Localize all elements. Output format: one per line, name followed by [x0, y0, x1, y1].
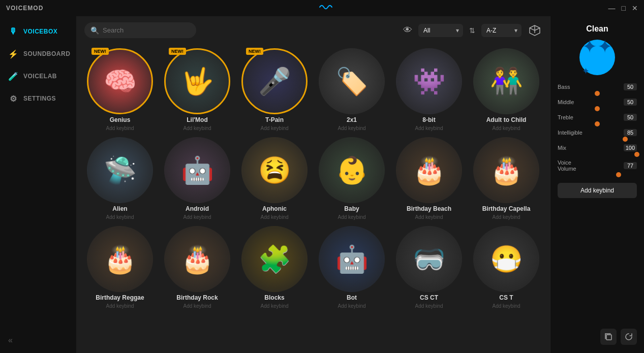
reset-button[interactable] [621, 329, 637, 345]
voice-circle: 😫 [241, 137, 308, 203]
toolbar: 🔍 👁 All Favorites Recent ⇅ A-Z Z-A Newes… [76, 16, 550, 44]
sidebar-item-label-voicelab: VOICELAB [23, 73, 57, 80]
voice-card-2x1[interactable]: 🏷️2x1Add keybind [316, 48, 387, 131]
slider-mix: Mix100 [558, 144, 637, 154]
voice-card-genius[interactable]: NEW!🧠GeniusAdd keybind [84, 48, 156, 131]
voice-keybind[interactable]: Add keybind [260, 125, 288, 131]
panel-title: Clean [558, 24, 637, 34]
voice-emoji: 👾 [413, 68, 446, 94]
voice-card-8bit[interactable]: 👾8-bitAdd keybind [393, 48, 465, 131]
voice-emoji: 😫 [258, 157, 291, 183]
voice-card-birthdaybeach[interactable]: 🎂Birthday BeachAdd keybind [393, 137, 465, 220]
voice-grid: NEW!🧠GeniusAdd keybindNEW!🤟Lil'ModAdd ke… [84, 48, 542, 309]
copy-button[interactable] [600, 329, 617, 345]
voice-name: Aphonic [262, 205, 287, 212]
slider-header-middle: Middle50 [558, 99, 637, 106]
slider-thumb-intelligible[interactable] [623, 137, 628, 142]
voice-keybind[interactable]: Add keybind [338, 125, 365, 131]
voice-card-android[interactable]: 🤖AndroidAdd keybind [162, 137, 233, 220]
slider-thumb-treble[interactable] [595, 121, 600, 126]
voice-keybind[interactable]: Add keybind [415, 214, 443, 220]
voice-keybind[interactable]: Add keybind [183, 303, 211, 309]
slider-header-intelligible: Intelligible85 [558, 129, 637, 136]
voice-card-aphonic[interactable]: 😫AphonicAdd keybind [239, 137, 310, 220]
voice-keybind[interactable]: Add keybind [492, 303, 520, 309]
voice-card-cst[interactable]: 😷CS TAdd keybind [471, 226, 542, 309]
slider-value-intelligible: 85 [624, 129, 637, 136]
sidebar-item-soundboard[interactable]: ⚡ SOUNDBOARD [0, 43, 76, 65]
slider-label-intelligible: Intelligible [558, 130, 591, 136]
voice-emoji: 🥽 [413, 246, 446, 272]
voice-card-bot[interactable]: 🤖BotAdd keybind [316, 226, 387, 309]
voice-card-lilmod[interactable]: NEW!🤟Lil'ModAdd keybind [162, 48, 233, 131]
voice-circle: 🎂 [164, 226, 230, 292]
voice-keybind[interactable]: Add keybind [492, 214, 520, 220]
visibility-icon[interactable]: 👁 [403, 25, 412, 36]
voice-card-alien[interactable]: 🛸AlienAdd keybind [84, 137, 156, 220]
slider-treble: Treble50 [558, 114, 637, 124]
sort-filter[interactable]: A-Z Z-A Newest [481, 24, 522, 37]
voice-keybind[interactable]: Add keybind [260, 303, 288, 309]
voice-keybind[interactable]: Add keybind [183, 214, 211, 220]
sidebar-collapse-button[interactable]: « [0, 328, 76, 353]
3d-view-icon[interactable] [528, 23, 542, 38]
voice-name: Blocks [264, 294, 284, 301]
voice-keybind[interactable]: Add keybind [260, 214, 288, 220]
slider-thumb-middle[interactable] [595, 106, 600, 111]
slider-thumb-voice_volume[interactable] [616, 172, 621, 177]
voice-emoji: 🎤 [258, 68, 291, 94]
close-button[interactable]: ✕ [632, 4, 638, 12]
voice-name: T-Pain [265, 116, 284, 123]
voice-emoji: 🎂 [490, 157, 523, 183]
search-input[interactable] [84, 22, 196, 38]
slider-middle: Middle50 [558, 99, 637, 109]
voice-card-blocks[interactable]: 🧩BlocksAdd keybind [239, 226, 310, 309]
voice-keybind[interactable]: Add keybind [415, 303, 443, 309]
visibility-filter[interactable]: All Favorites Recent [418, 24, 463, 37]
voice-card-birthdayreggae[interactable]: 🎂Birthday ReggaeAdd keybind [84, 226, 156, 309]
add-keybind-button[interactable]: Add keybind [558, 183, 637, 198]
voice-name: Adult to Child [486, 116, 527, 123]
voice-name: CS T [499, 294, 513, 301]
slider-bass: Bass50 [558, 83, 637, 93]
voice-keybind[interactable]: Add keybind [183, 125, 211, 131]
voice-card-baby[interactable]: 👶BabyAdd keybind [316, 137, 387, 220]
slider-label-middle: Middle [558, 99, 591, 105]
voice-circle: NEW!🧠 [87, 48, 153, 114]
voice-card-adulttochild[interactable]: 👫Adult to ChildAdd keybind [471, 48, 542, 131]
voice-card-tpain[interactable]: NEW!🎤T-PainAdd keybind [239, 48, 310, 131]
slider-thumb-mix[interactable] [634, 152, 639, 157]
slider-header-mix: Mix100 [558, 144, 637, 151]
chevron-left-icon: « [8, 336, 13, 345]
voice-circle: 👾 [396, 48, 462, 114]
voice-keybind[interactable]: Add keybind [106, 125, 134, 131]
voice-keybind[interactable]: Add keybind [106, 214, 134, 220]
voice-keybind[interactable]: Add keybind [106, 303, 134, 309]
voice-emoji: 🤖 [181, 157, 214, 183]
window-controls[interactable]: — □ ✕ [608, 4, 638, 12]
voice-keybind[interactable]: Add keybind [492, 125, 520, 131]
search-wrapper: 🔍 [84, 22, 238, 38]
voice-keybind[interactable]: Add keybind [338, 303, 365, 309]
voice-card-csct[interactable]: 🥽CS CTAdd keybind [393, 226, 465, 309]
voice-circle: NEW!🤟 [164, 48, 230, 114]
maximize-button[interactable]: □ [622, 4, 626, 12]
voice-keybind[interactable]: Add keybind [415, 125, 443, 131]
minimize-button[interactable]: — [608, 4, 616, 12]
sidebar-item-label-soundboard: SOUNDBOARD [23, 50, 70, 57]
voice-name: Genius [110, 116, 131, 123]
voice-card-birthdaycapella[interactable]: 🎂Birthday CapellaAdd keybind [471, 137, 542, 220]
voice-grid-wrapper: NEW!🧠GeniusAdd keybindNEW!🤟Lil'ModAdd ke… [76, 44, 550, 353]
voice-keybind[interactable]: Add keybind [338, 214, 365, 220]
voice-card-birthdayrock[interactable]: 🎂Birthday RockAdd keybind [162, 226, 233, 309]
sidebar-item-voicebox[interactable]: 🎙 VOICEBOX [0, 20, 76, 43]
sidebar-item-settings[interactable]: ⚙ SETTINGS [0, 87, 76, 110]
sidebar-item-voicelab[interactable]: 🧪 VOICELAB [0, 65, 76, 87]
titlebar: VOICEMOD — □ ✕ [0, 0, 644, 16]
panel-avatar: ✦✦✦ [579, 40, 615, 75]
flask-icon: 🧪 [8, 71, 18, 81]
voice-name: 2x1 [347, 116, 357, 123]
lightning-icon: ⚡ [8, 49, 18, 59]
sort-icon: ⇅ [469, 26, 475, 35]
slider-thumb-bass[interactable] [595, 91, 600, 96]
